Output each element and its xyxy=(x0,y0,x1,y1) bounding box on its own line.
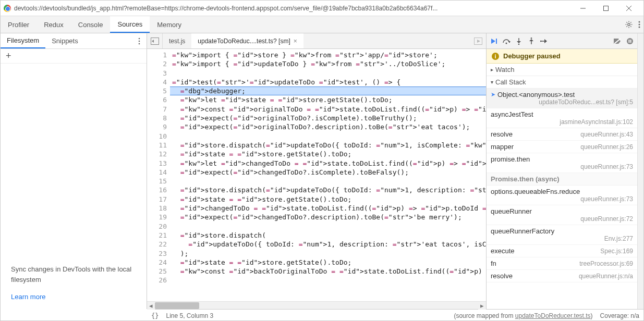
file-tab[interactable]: test.js xyxy=(163,33,191,48)
devtools-tab-console[interactable]: Console xyxy=(71,16,111,33)
editor-horizontal-scrollbar[interactable]: ◂ ▸ xyxy=(147,301,486,309)
svg-point-16 xyxy=(139,38,140,39)
pause-on-exceptions-icon[interactable] xyxy=(626,37,634,45)
callstack-frame[interactable]: promise.thenqueueRunner.js:73 xyxy=(487,153,637,173)
navigator-tab-filesystem[interactable]: Filesystem xyxy=(1,33,45,48)
file-tab[interactable]: updateToDoReduc....test.ts? [sm]× xyxy=(191,33,303,48)
svg-rect-24 xyxy=(496,39,497,44)
chrome-icon xyxy=(4,5,11,12)
svg-point-29 xyxy=(518,43,520,44)
svg-point-35 xyxy=(540,40,541,42)
sourcemap-link[interactable]: updateToDoReducer.test.ts xyxy=(515,312,591,319)
svg-point-38 xyxy=(627,38,633,44)
add-folder-button[interactable]: + xyxy=(1,49,147,64)
svg-point-15 xyxy=(639,27,640,28)
step-icon[interactable] xyxy=(540,37,548,45)
callstack-frame[interactable]: executeSpec.js:169 xyxy=(487,245,637,257)
step-into-icon[interactable] xyxy=(515,37,523,45)
svg-marker-34 xyxy=(544,39,547,43)
svg-line-10 xyxy=(630,26,631,27)
callstack-frame[interactable]: options.queueableFns.reducequeueRunner.j… xyxy=(487,186,637,205)
step-over-icon[interactable] xyxy=(502,37,511,45)
code-editor[interactable]: 1234567891011121314151617181920212223242… xyxy=(147,49,486,301)
debugger-paused-banner: i Debugger paused xyxy=(487,49,637,64)
svg-point-4 xyxy=(628,23,630,26)
navigator-more-icon[interactable] xyxy=(132,33,147,48)
window-maximize-button[interactable] xyxy=(594,1,617,16)
svg-point-26 xyxy=(506,42,507,44)
svg-marker-23 xyxy=(491,39,495,44)
svg-marker-20 xyxy=(152,40,154,43)
svg-rect-40 xyxy=(630,40,631,43)
step-out-icon[interactable] xyxy=(527,37,536,45)
window-titlebar: devtools://devtools/bundled/js_app.html?… xyxy=(1,1,643,16)
callstack-frame[interactable]: queueRunnerqueueRunner.js:72 xyxy=(487,205,637,225)
svg-point-14 xyxy=(639,24,640,26)
callstack-frame[interactable]: fntreeProcessor.js:69 xyxy=(487,257,637,270)
svg-rect-1 xyxy=(604,6,609,10)
callstack-frame[interactable]: resolvequeueRunner.js:n/a xyxy=(487,270,637,282)
toggle-navigator-icon[interactable] xyxy=(147,33,163,48)
coverage-info: Coverage: n/a xyxy=(600,312,639,319)
debugger-panel: i Debugger paused ▸Watch ▾Call Stack ➤Ob… xyxy=(486,33,637,309)
callstack-frame[interactable]: asyncJestTestjasmineAsyncInstall.js:102 xyxy=(487,108,637,128)
svg-line-9 xyxy=(626,22,627,22)
kebab-menu-icon[interactable] xyxy=(638,20,640,29)
deactivate-breakpoints-icon[interactable] xyxy=(613,37,622,45)
window-url: devtools://devtools/bundled/js_app.html?… xyxy=(14,5,572,12)
navigator-tab-snippets[interactable]: Snippets xyxy=(45,33,84,48)
svg-point-18 xyxy=(139,43,140,44)
svg-marker-31 xyxy=(529,39,533,41)
pretty-print-icon[interactable]: {} xyxy=(151,312,159,319)
callstack-frame[interactable]: resolvequeueRunner.js:43 xyxy=(487,128,637,141)
callstack-section-header[interactable]: ▾Call Stack xyxy=(487,76,637,89)
callstack-frame[interactable]: queueRunnerFactoryEnv.js:277 xyxy=(487,225,637,245)
svg-point-13 xyxy=(639,21,640,23)
info-icon: i xyxy=(492,53,499,60)
callstack-frame[interactable]: ➤Object.<anonymous>.testupdateToDoReduc.… xyxy=(487,89,637,108)
filesystem-sync-message: Sync changes in DevTools with the local … xyxy=(1,256,147,293)
svg-line-12 xyxy=(626,26,627,27)
watch-section-header[interactable]: ▸Watch xyxy=(487,64,637,76)
window-close-button[interactable] xyxy=(617,1,640,16)
navigator-panel: FilesystemSnippets + Sync changes in Dev… xyxy=(1,33,147,309)
svg-point-17 xyxy=(139,40,140,42)
right-vertical-scrollbar[interactable] xyxy=(637,33,643,309)
devtools-tabbar: ProfilerReduxConsoleSourcesMemory xyxy=(1,16,643,33)
sourcemap-info: (source mapped from updateToDoReducer.te… xyxy=(454,312,592,319)
svg-rect-39 xyxy=(629,40,630,43)
window-minimize-button[interactable] xyxy=(572,1,594,16)
svg-point-32 xyxy=(531,38,532,39)
close-tab-icon[interactable]: × xyxy=(294,38,297,45)
devtools-tab-memory[interactable]: Memory xyxy=(150,16,189,33)
svg-marker-22 xyxy=(477,40,480,43)
editor-panel: test.jsupdateToDoReduc....test.ts? [sm]×… xyxy=(147,33,486,309)
gear-icon[interactable] xyxy=(625,20,633,29)
scroll-left-arrow-icon[interactable]: ◂ xyxy=(147,302,155,310)
learn-more-link[interactable]: Learn more xyxy=(11,293,45,301)
devtools-tab-profiler[interactable]: Profiler xyxy=(1,16,37,33)
svg-line-11 xyxy=(630,22,631,22)
svg-marker-28 xyxy=(517,41,521,43)
async-divider: Promise.then (async) xyxy=(487,173,637,186)
devtools-tab-redux[interactable]: Redux xyxy=(37,16,71,33)
cursor-position: Line 5, Column 3 xyxy=(166,312,213,319)
callstack-frame[interactable]: mapperqueueRunner.js:26 xyxy=(487,141,637,153)
scroll-right-arrow-icon[interactable]: ▸ xyxy=(478,302,486,310)
toggle-debugger-icon[interactable] xyxy=(470,33,486,48)
devtools-tab-sources[interactable]: Sources xyxy=(110,16,150,33)
current-frame-arrow-icon: ➤ xyxy=(491,91,495,98)
status-bar: {} Line 5, Column 3 (source mapped from … xyxy=(147,309,643,321)
resume-icon[interactable] xyxy=(490,37,498,45)
